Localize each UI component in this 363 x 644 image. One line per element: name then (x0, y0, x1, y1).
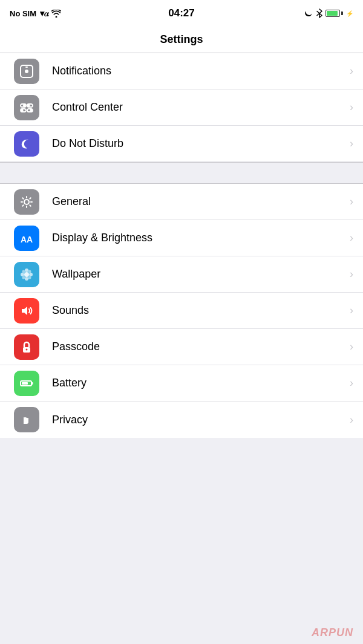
battery-icon-wrapper (10, 366, 44, 400)
passcode-chevron: › (350, 340, 353, 353)
wallpaper-icon-box (14, 262, 39, 287)
svg-point-4 (23, 104, 25, 106)
status-right: ⚡ (305, 8, 353, 18)
battery-chevron: › (350, 377, 353, 389)
notifications-icon-wrapper (10, 54, 44, 88)
notifications-icon-box (14, 59, 39, 84)
svg-rect-26 (22, 382, 28, 385)
svg-marker-22 (22, 307, 27, 315)
nav-bar: Settings (0, 27, 363, 53)
do-not-disturb-icon-wrapper (10, 127, 44, 161)
control-center-icon (19, 100, 34, 115)
svg-rect-27 (31, 382, 33, 385)
control-center-icon-box (14, 95, 39, 120)
do-not-disturb-icon (19, 136, 34, 152)
settings-group-2: General › AA Display & Brightness › (0, 184, 363, 438)
settings-item-battery[interactable]: Battery › (0, 365, 363, 402)
svg-point-21 (28, 276, 31, 279)
display-chevron: › (350, 232, 353, 244)
wallpaper-icon-wrapper (10, 258, 44, 291)
settings-item-privacy[interactable]: Privacy › (0, 402, 363, 438)
general-chevron: › (350, 195, 353, 208)
svg-point-1 (25, 70, 28, 73)
page-title: Settings (160, 33, 203, 46)
settings-item-control-center[interactable]: Control Center › (0, 89, 363, 126)
privacy-label: Privacy (52, 414, 345, 426)
settings-group-1: Notifications › Control Center › (0, 53, 363, 162)
svg-point-11 (24, 200, 29, 204)
svg-point-14 (25, 268, 28, 272)
wallpaper-label: Wallpaper (52, 268, 345, 281)
svg-point-10 (30, 109, 33, 111)
settings-item-do-not-disturb[interactable]: Do Not Disturb › (0, 126, 363, 162)
do-not-disturb-icon-box (14, 131, 39, 157)
privacy-icon-box (14, 407, 39, 432)
control-center-icon-wrapper (10, 91, 44, 125)
display-icon: AA (19, 230, 34, 246)
status-left: No SIM ▾𝛼 (10, 8, 61, 19)
notifications-icon (19, 63, 34, 79)
moon-icon (305, 9, 313, 18)
display-label: Display & Brightness (52, 232, 345, 244)
svg-rect-2 (25, 67, 28, 68)
status-bar: No SIM ▾𝛼 04:27 ⚡ (0, 0, 363, 27)
privacy-chevron: › (350, 414, 353, 426)
svg-point-18 (22, 270, 25, 273)
watermark: ARPUN (312, 626, 353, 639)
do-not-disturb-chevron: › (350, 137, 353, 150)
control-center-chevron: › (350, 101, 353, 114)
svg-point-15 (25, 277, 28, 281)
svg-point-20 (22, 276, 25, 279)
passcode-icon (19, 339, 34, 355)
notifications-label: Notifications (52, 65, 345, 77)
bluetooth-icon (316, 8, 322, 18)
general-icon-wrapper (10, 185, 44, 219)
notifications-chevron: › (350, 65, 353, 77)
passcode-icon-box (14, 334, 39, 360)
status-time: 04:27 (168, 7, 194, 19)
privacy-icon (19, 412, 34, 428)
do-not-disturb-label: Do Not Disturb (52, 137, 345, 150)
settings-item-sounds[interactable]: Sounds › (0, 293, 363, 329)
display-icon-box: AA (14, 226, 39, 251)
general-icon (19, 194, 34, 210)
battery-icon (19, 376, 34, 391)
carrier-label: No SIM (10, 9, 36, 18)
sounds-icon (19, 303, 34, 319)
sounds-label: Sounds (52, 304, 345, 317)
sounds-chevron: › (350, 304, 353, 317)
section-separator-1 (0, 162, 363, 184)
display-icon-wrapper: AA (10, 221, 44, 255)
control-center-label: Control Center (52, 101, 345, 114)
svg-point-16 (21, 273, 24, 276)
svg-point-13 (24, 272, 29, 277)
sounds-icon-box (14, 298, 39, 324)
settings-item-display[interactable]: AA Display & Brightness › (0, 220, 363, 256)
battery-icon-box (14, 371, 39, 396)
settings-item-general[interactable]: General › (0, 184, 363, 220)
settings-item-notifications[interactable]: Notifications › (0, 53, 363, 89)
settings-item-passcode[interactable]: Passcode › (0, 329, 363, 365)
privacy-icon-wrapper (10, 403, 44, 437)
charging-bolt: ⚡ (346, 10, 353, 17)
svg-point-6 (28, 104, 30, 106)
wallpaper-chevron: › (350, 268, 353, 281)
general-label: General (52, 195, 345, 208)
settings-item-wallpaper[interactable]: Wallpaper › (0, 256, 363, 293)
sounds-icon-wrapper (10, 294, 44, 328)
svg-point-8 (21, 109, 24, 111)
battery-label: Battery (52, 377, 345, 389)
battery-status (325, 10, 343, 17)
svg-point-17 (29, 273, 33, 276)
general-icon-box (14, 189, 39, 215)
svg-point-19 (28, 270, 31, 273)
wallpaper-icon (19, 267, 34, 282)
passcode-icon-wrapper (10, 330, 44, 364)
passcode-label: Passcode (52, 340, 345, 353)
svg-point-24 (26, 348, 28, 350)
wifi-icon: ▾𝛼 (40, 8, 61, 19)
svg-text:AA: AA (21, 235, 33, 244)
